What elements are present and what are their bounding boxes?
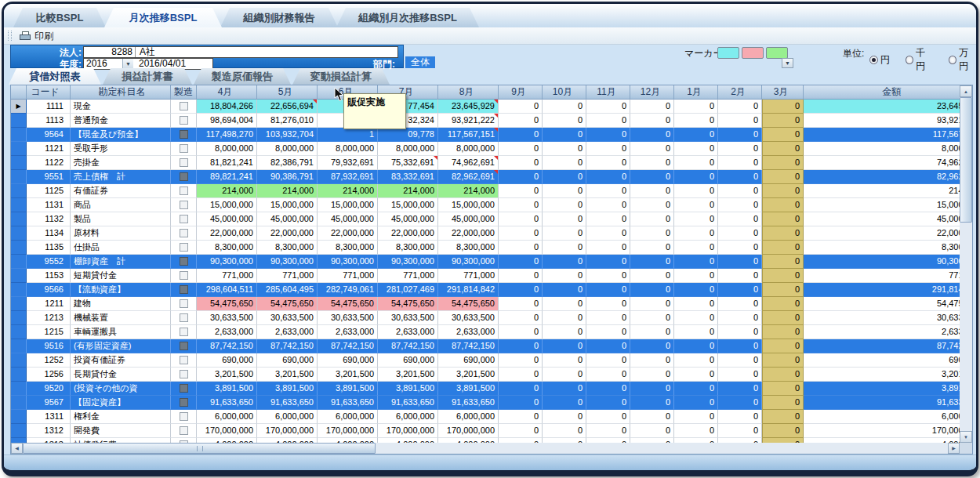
month-cell[interactable]: 23,645,929	[438, 100, 499, 114]
month-cell[interactable]: 0	[586, 198, 630, 212]
month-cell[interactable]: 0	[499, 212, 543, 226]
month-cell[interactable]: 90,300,000	[438, 255, 499, 269]
month-cell[interactable]: 0	[543, 311, 586, 325]
row-selector[interactable]	[11, 283, 27, 297]
table-row[interactable]: 1135仕掛品8,300,0008,300,0008,300,0008,300,…	[11, 241, 960, 255]
month-cell[interactable]: 0	[762, 283, 804, 297]
month-cell[interactable]: 91,633,650	[438, 396, 499, 410]
month-cell[interactable]: 81,821,241	[197, 156, 257, 170]
marker-swatch-3[interactable]	[766, 47, 788, 59]
month-cell[interactable]: 0	[718, 156, 762, 170]
tab-2[interactable]: 月次推移BSPL	[104, 8, 222, 27]
amount-cell[interactable]: 93,921,222	[804, 114, 960, 128]
month-cell[interactable]: 30,633,500	[438, 311, 499, 325]
month-cell[interactable]: 0	[543, 128, 586, 142]
month-cell[interactable]: 0	[543, 269, 586, 283]
month-cell[interactable]: 6,000,000	[438, 410, 499, 424]
month-cell[interactable]: 0	[543, 241, 586, 255]
month-cell[interactable]: 0	[586, 410, 630, 424]
month-cell[interactable]: 0	[543, 198, 586, 212]
month-cell[interactable]: 0	[586, 241, 630, 255]
month-cell[interactable]: 30,633,500	[257, 311, 318, 325]
mfg-checkbox[interactable]	[180, 299, 188, 308]
table-row[interactable]: 1256長期貸付金3,201,5003,201,5003,201,5003,20…	[11, 368, 960, 382]
month-cell[interactable]: 0	[630, 339, 674, 353]
month-cell[interactable]: 0	[499, 410, 543, 424]
month-cell[interactable]: 30,633,500	[378, 311, 438, 325]
month-cell[interactable]: 771,000	[438, 269, 499, 283]
month-cell[interactable]: 0	[499, 100, 543, 114]
month-cell[interactable]: 83,332,691	[378, 170, 438, 184]
month-cell[interactable]: 285,604,495	[257, 283, 318, 297]
month-cell[interactable]: 0	[762, 339, 804, 353]
month-cell[interactable]: 8,000,000	[318, 142, 378, 156]
month-cell[interactable]: 22,000,000	[197, 226, 257, 241]
month-cell[interactable]: 90,300,000	[257, 255, 318, 269]
month-cell[interactable]: 0	[674, 410, 718, 424]
month-cell[interactable]: 117,498,270	[197, 128, 257, 142]
month-cell[interactable]: 3,891,500	[257, 382, 318, 396]
month-cell[interactable]: 0	[762, 170, 804, 184]
month-cell[interactable]: 291,814,842	[438, 283, 499, 297]
month-cell[interactable]: 81,276,010	[257, 114, 318, 128]
row-selector[interactable]	[11, 184, 27, 198]
month-cell[interactable]: 170,000,000	[438, 424, 499, 438]
month-cell[interactable]: 15,000,000	[438, 198, 499, 212]
month-cell[interactable]: 0	[499, 255, 543, 269]
month-cell[interactable]: 0	[543, 353, 586, 368]
amount-cell[interactable]: 214,000	[804, 184, 960, 198]
month-cell[interactable]: 87,742,150	[318, 339, 378, 353]
row-selector[interactable]	[11, 311, 27, 325]
month-cell[interactable]: 0	[674, 226, 718, 241]
month-cell[interactable]: 15,000,000	[257, 198, 318, 212]
month-cell[interactable]: 0	[674, 255, 718, 269]
month-cell[interactable]: 0	[674, 269, 718, 283]
column-header[interactable]: 勘定科目名	[71, 85, 171, 100]
month-cell[interactable]: 0	[499, 241, 543, 255]
mfg-checkbox[interactable]	[180, 215, 188, 223]
scroll-left-icon[interactable]: ◀	[11, 443, 23, 454]
amount-cell[interactable]: 82,962,691	[804, 170, 960, 184]
table-row[interactable]: 1312開発費170,000,000170,000,000170,000,000…	[11, 424, 960, 438]
subtab-4[interactable]: 変動損益計算	[292, 68, 390, 85]
month-cell[interactable]: 0	[674, 100, 718, 114]
month-cell[interactable]: 0	[630, 269, 674, 283]
month-cell[interactable]: 0	[543, 114, 586, 128]
month-cell[interactable]: 0	[762, 297, 804, 311]
month-cell[interactable]: 0	[586, 128, 630, 142]
month-cell[interactable]: 45,000,000	[257, 212, 318, 226]
row-selector[interactable]	[11, 142, 27, 156]
month-cell[interactable]: 0	[586, 283, 630, 297]
month-cell[interactable]: 0	[630, 100, 674, 114]
month-cell[interactable]: 0	[586, 424, 630, 438]
month-cell[interactable]: 0	[543, 368, 586, 382]
month-cell[interactable]: 45,000,000	[197, 212, 257, 226]
month-cell[interactable]: 0	[630, 382, 674, 396]
mfg-checkbox[interactable]	[180, 285, 188, 294]
month-cell[interactable]: 0	[630, 396, 674, 410]
month-cell[interactable]: 0	[762, 198, 804, 212]
table-row[interactable]: 1215車輌運搬具2,633,0002,633,0002,633,0002,63…	[11, 325, 960, 339]
amount-cell[interactable]: 3,891,500	[804, 382, 960, 396]
month-cell[interactable]: 0	[586, 339, 630, 353]
month-cell[interactable]: 0	[630, 212, 674, 226]
mfg-checkbox[interactable]	[180, 370, 188, 378]
month-cell[interactable]: 0	[630, 353, 674, 368]
month-cell[interactable]: 0	[718, 100, 762, 114]
month-cell[interactable]: 0	[718, 297, 762, 311]
month-cell[interactable]: 45,000,000	[438, 212, 499, 226]
row-selector[interactable]	[11, 128, 27, 142]
table-row[interactable]: 1132製品45,000,00045,000,00045,000,00045,0…	[11, 212, 960, 226]
month-cell[interactable]: 54,475,650	[197, 297, 257, 311]
month-cell[interactable]: 0	[499, 424, 543, 438]
amount-cell[interactable]: 170,000,000	[804, 424, 960, 438]
month-cell[interactable]: 0	[630, 142, 674, 156]
month-cell[interactable]: 0	[499, 382, 543, 396]
month-cell[interactable]: 214,000	[378, 184, 438, 198]
mfg-checkbox[interactable]	[180, 426, 188, 435]
mfg-checkbox[interactable]	[180, 342, 188, 350]
month-cell[interactable]: 0	[762, 114, 804, 128]
tab-1[interactable]: 比較BSPL	[13, 8, 106, 27]
month-cell[interactable]: 214,000	[197, 184, 257, 198]
month-cell[interactable]: 0	[718, 269, 762, 283]
